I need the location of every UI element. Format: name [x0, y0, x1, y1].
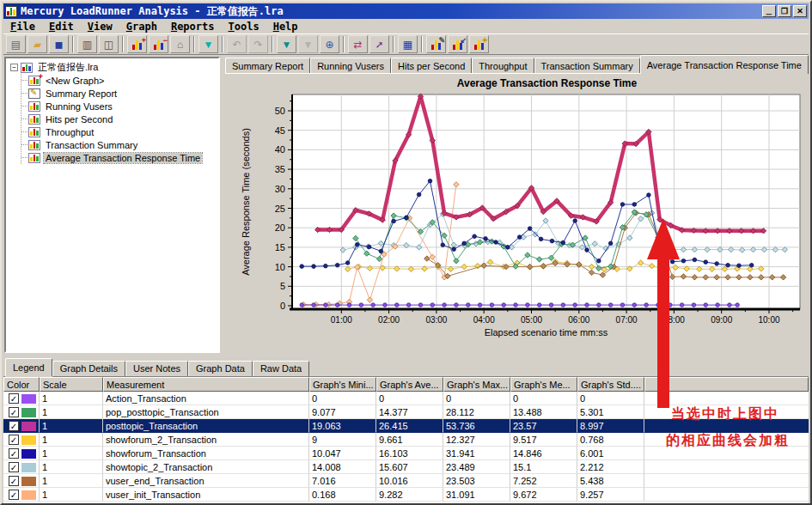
close-button[interactable]: ✕	[793, 5, 807, 17]
view-summary-report-icon: ▦	[403, 40, 412, 50]
max-cell: 23.489	[443, 460, 510, 474]
session-tree-panel: − 正常值报告.lra +<New Graph>Summary ReportRu…	[4, 57, 220, 353]
print-button[interactable]: ▥	[77, 35, 97, 53]
tree-item-throughput[interactable]: Throughput	[21, 125, 218, 138]
menu-reports[interactable]: Reports	[164, 20, 222, 33]
table-row-vuser-end-transaction[interactable]: ✓1vuser_end_Transaction7.01610.01623.503…	[3, 474, 809, 488]
svg-text:10:00: 10:00	[758, 315, 779, 325]
open-file-button[interactable]: ▰	[27, 35, 47, 53]
add-new-graph-icon: +	[132, 40, 142, 50]
save-icon: ◼	[55, 40, 64, 50]
tree-item-label: Hits per Second	[44, 114, 114, 125]
new-cross-result-button[interactable]: ✦	[469, 35, 489, 53]
color-cell: ✓	[3, 405, 40, 419]
menu-file[interactable]: File	[3, 20, 42, 33]
color-swatch	[21, 422, 36, 431]
menu-view[interactable]: View	[81, 20, 119, 33]
tree-collapse-icon[interactable]: −	[10, 64, 18, 71]
red-arrow-shaft	[657, 258, 669, 408]
set-filter-button[interactable]: ▼	[277, 35, 296, 53]
color-cell: ✓	[3, 392, 40, 405]
column-header-graph-s-std[interactable]: Graph's Std....	[577, 377, 644, 392]
tree-item-label: Summary Report	[44, 88, 119, 99]
toolbar: ▤▰◼▥◫+−⌂▼↶↷▼▼⊕⇄➚▦✎↙✦	[3, 33, 809, 55]
column-header-measurement[interactable]: Measurement	[103, 377, 309, 392]
column-header-graph-s-max[interactable]: Graph's Max...	[443, 377, 510, 392]
view-summary-report-button[interactable]: ▦	[398, 35, 418, 53]
tab-running-vusers[interactable]: Running Vusers	[310, 58, 391, 74]
column-header-scale[interactable]: Scale	[40, 377, 103, 392]
tab-user-notes[interactable]: User Notes	[125, 361, 188, 376]
tab-raw-data[interactable]: Raw Data	[253, 361, 309, 376]
menu-graph[interactable]: Graph	[119, 20, 164, 33]
tree-root-label: 正常值报告.lra	[36, 61, 100, 74]
color-swatch	[21, 490, 36, 500]
minimize-button[interactable]: ＿	[762, 5, 776, 17]
color-cell: ✓	[3, 488, 40, 502]
menu-edit[interactable]: Edit	[42, 20, 81, 33]
avg-cell: 9.282	[376, 488, 443, 502]
tree-item-label: Average Transaction Response Time	[44, 153, 202, 163]
measurement-checkbox[interactable]: ✓	[9, 407, 19, 417]
set-global-filter-icon: ▼	[204, 40, 214, 50]
column-header-color[interactable]: Color	[3, 377, 40, 392]
tab-summary-report[interactable]: Summary Report	[225, 58, 310, 74]
column-header-graph-s-me[interactable]: Graph's Me...	[510, 377, 577, 392]
enlarge-graph-button[interactable]: ⊕	[320, 35, 339, 53]
svg-text:40: 40	[275, 144, 285, 155]
import-graph-data-button[interactable]: ↙	[448, 35, 467, 53]
tree-item-hits-per-second[interactable]: Hits per Second	[21, 113, 218, 125]
column-header-graph-s-mini[interactable]: Graph's Mini...	[309, 377, 376, 392]
measurement-checkbox[interactable]: ✓	[9, 490, 19, 500]
tab-graph-data[interactable]: Graph Data	[188, 361, 253, 376]
tab-graph-details[interactable]: Graph Details	[52, 361, 125, 376]
measurement-checkbox[interactable]: ✓	[9, 421, 19, 431]
measurement-checkbox[interactable]: ✓	[9, 462, 19, 472]
scale-cell: 1	[40, 447, 103, 460]
measurement-checkbox[interactable]: ✓	[9, 476, 19, 486]
merge-graphs-button[interactable]: ⇄	[348, 35, 368, 53]
std-cell: 9.257	[577, 488, 644, 502]
tree-item-average-transaction-response-time[interactable]: Average Transaction Response Time	[21, 151, 218, 164]
tab-hits-per-second[interactable]: Hits per Second	[391, 58, 472, 74]
add-new-graph-button[interactable]: +	[127, 35, 147, 53]
toolbar-separator	[193, 36, 195, 52]
measurement-checkbox[interactable]: ✓	[9, 435, 19, 445]
set-global-filter-button[interactable]: ▼	[198, 35, 218, 53]
undo-button[interactable]: ↶	[227, 35, 247, 53]
column-header-graph-s-ave[interactable]: Graph's Ave...	[376, 377, 443, 392]
menu-tools[interactable]: Tools	[222, 20, 266, 33]
tab-average-transaction-response-time[interactable]: Average Transaction Response Time	[640, 55, 809, 74]
measurement-checkbox[interactable]: ✓	[9, 448, 19, 459]
drill-down-button[interactable]: ➚	[369, 35, 389, 53]
print-preview-button[interactable]: ◫	[99, 35, 119, 53]
measurement-cell: pop_posttopic_Transaction	[103, 405, 309, 419]
measurement-cell: vuser_init_Transaction	[103, 488, 309, 502]
annotate-graph-button[interactable]: ✎	[426, 35, 446, 53]
tab-transaction-summary[interactable]: Transaction Summary	[534, 58, 640, 74]
table-row-vuser-init-transaction[interactable]: ✓1vuser_init_Transaction0.1689.28231.091…	[3, 488, 809, 502]
svg-text:05:00: 05:00	[521, 315, 542, 325]
color-swatch	[21, 408, 36, 417]
tree-item-summary-report[interactable]: Summary Report	[21, 87, 218, 100]
tree-item-running-vusers[interactable]: Running Vusers	[21, 100, 218, 113]
delete-graph-button[interactable]: −	[149, 35, 168, 53]
svg-text:0: 0	[280, 301, 285, 311]
response-time-chart[interactable]: 0510152025303540455001:0002:0003:0004:00…	[223, 74, 812, 357]
clear-filter-button[interactable]: ▼	[298, 35, 318, 53]
tree-item-new-graph[interactable]: +<New Graph>	[21, 74, 218, 87]
maximize-button[interactable]: ❐	[778, 5, 791, 17]
table-row-showtopic-2-transaction[interactable]: ✓1showtopic_2_Transaction14.00815.60723.…	[3, 460, 809, 474]
tree-item-label: Throughput	[44, 127, 95, 137]
manage-graphs-button[interactable]: ⌂	[170, 35, 190, 53]
measurement-checkbox[interactable]: ✓	[9, 393, 19, 404]
tab-legend[interactable]: Legend	[5, 358, 52, 376]
save-button[interactable]: ◼	[49, 35, 69, 53]
redo-button[interactable]: ↷	[248, 35, 268, 53]
tree-item-transaction-summary[interactable]: Transaction Summary	[21, 138, 218, 151]
new-session-button[interactable]: ▤	[6, 35, 26, 53]
delete-graph-icon: −	[154, 40, 163, 50]
tab-throughput[interactable]: Throughput	[472, 58, 534, 74]
menu-help[interactable]: Help	[266, 20, 305, 33]
table-row-action-transaction[interactable]: ✓1Action_Transaction00000	[3, 392, 809, 405]
